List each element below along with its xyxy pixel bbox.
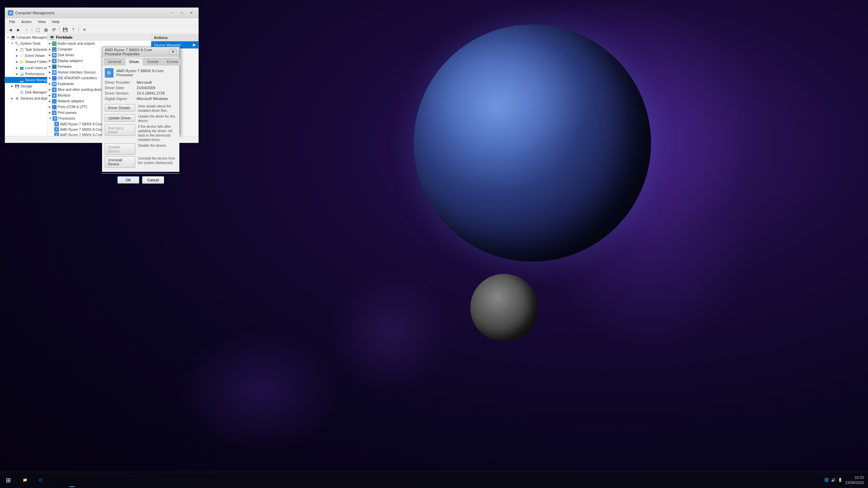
computer-icon: 💻	[52, 47, 57, 52]
mice-icon: 🖱	[52, 87, 57, 92]
event-viewer-label: Event Viewer	[25, 54, 45, 58]
driver-date-row: Driver Date: 21/04/2009	[105, 86, 177, 90]
tree-event-viewer[interactable]: ▶ 📄 Event Viewer	[5, 53, 47, 59]
cat-hid-label: Human Interface Devices	[58, 70, 96, 74]
services-label: Services and Applications	[20, 97, 47, 100]
tree-local-users[interactable]: ▶ 👥 Local Users and Groups	[5, 65, 47, 71]
cancel-button[interactable]: Cancel	[142, 176, 164, 184]
event-viewer-expander: ▶	[15, 53, 19, 58]
new-win-btn[interactable]: 🗗	[50, 26, 58, 34]
system-tools-icon: 🔧	[15, 41, 19, 46]
driver-details-button[interactable]: Driver Details	[105, 104, 135, 111]
task-scheduler-icon: 📋	[19, 47, 24, 52]
show-hide-btn[interactable]: 📋	[34, 26, 41, 34]
roll-back-driver-row: Roll Back Driver If the device fails aft…	[105, 124, 177, 142]
disk-management-label: Disk Management	[25, 90, 47, 94]
tree-device-manager[interactable]: 💻 Device Manager	[5, 77, 47, 83]
device-header: ⚙ AMD Ryzen 7 5800X 8-Core Processor	[105, 68, 177, 78]
file-menu[interactable]: File	[6, 19, 18, 24]
task-scheduler-expander: ▶	[15, 47, 19, 52]
taskbar-apps: 📁 e 🗂 ⚙	[16, 473, 81, 488]
tray-time[interactable]: 16:20 23/04/2023	[845, 475, 864, 485]
ok-button[interactable]: OK	[117, 176, 139, 184]
storage-expander: ▶	[10, 84, 15, 88]
tree-disk-management[interactable]: 💿 Disk Management	[5, 89, 47, 95]
taskbar-app-folder[interactable]: 🗂	[49, 473, 64, 488]
cat-print-label: Print queues	[58, 111, 77, 115]
system-tools-expander: ▼	[10, 41, 15, 46]
back-button[interactable]: ◀	[6, 26, 14, 34]
ide-icon: 🔌	[52, 76, 57, 81]
local-users-expander: ▶	[15, 65, 19, 70]
services-icon: ⚙	[15, 96, 19, 101]
tree-panel: ▼ 💻 Computer Management (Local ▼ 🔧 Syste…	[5, 34, 47, 136]
local-users-label: Local Users and Groups	[25, 66, 47, 70]
tree-shared-folders[interactable]: ▶ 📁 Shared Folders	[5, 59, 47, 65]
tree-task-scheduler[interactable]: ▶ 📋 Task Scheduler	[5, 46, 47, 53]
taskbar-app-cm[interactable]: ⚙	[64, 473, 79, 488]
shared-folders-label: Shared Folders	[25, 60, 47, 64]
help-menu[interactable]: Help	[49, 19, 62, 24]
cat-keyboards-label: Keyboards	[58, 82, 74, 86]
update-driver-button[interactable]: Update Driver	[105, 114, 135, 122]
device-list-header-icon: 💻	[50, 35, 55, 40]
display-icon: 🖥	[52, 59, 57, 63]
taskbar-app-edge[interactable]: e	[33, 473, 48, 488]
taskbar-app-file-explorer[interactable]: 📁	[18, 473, 33, 488]
device-list-header: Fireblade	[56, 35, 73, 39]
driver-provider-value: Microsoft	[137, 80, 152, 84]
storage-icon: 💾	[15, 84, 19, 88]
device-manager-label: Device Manager	[25, 78, 47, 82]
tree-services[interactable]: ▶ ⚙ Services and Applications	[5, 95, 47, 101]
maximize-button[interactable]: □	[177, 9, 186, 16]
action-menu[interactable]: Action	[19, 19, 35, 24]
actions-subheader-text: Device Manager	[154, 43, 181, 47]
export-btn[interactable]: 💾	[61, 26, 69, 34]
properties-dialog: AMD Ryzen 7 5800X 8-Core Processor Prope…	[102, 47, 180, 135]
roll-back-driver-button[interactable]: Roll Back Driver	[105, 124, 135, 136]
tab-driver[interactable]: Driver	[125, 58, 143, 65]
cat-audio[interactable]: ▶ 🔊 Audio inputs and outputs	[47, 41, 151, 46]
tab-general[interactable]: General	[104, 58, 125, 65]
tray-battery-icon: 🔋	[838, 478, 843, 482]
dialog-footer: OK Cancel	[102, 173, 179, 186]
tree-storage[interactable]: ▶ 💾 Storage	[5, 83, 47, 89]
minimize-button[interactable]: ─	[168, 9, 177, 16]
tree-root[interactable]: ▼ 💻 Computer Management (Local	[5, 34, 47, 40]
taskbar-tray: 🌐 🔊 🔋 16:20 23/04/2023	[824, 475, 868, 485]
monitors-icon: 🖥	[52, 93, 57, 98]
up-button[interactable]: ↑	[23, 26, 30, 34]
driver-signer-label: Digital Signer:	[105, 97, 135, 101]
device-manager-expander	[15, 78, 19, 82]
tree-system-tools[interactable]: ▼ 🔧 System Tools	[5, 40, 47, 46]
driver-version-row: Driver Version: 10.0.19041.2728	[105, 91, 177, 95]
cat-mice-label: Mice and other pointing devices	[58, 88, 105, 92]
cat-audio-label: Audio inputs and outputs	[58, 42, 95, 45]
root-label: Computer Management (Local	[16, 36, 47, 39]
delete-btn[interactable]: ✕	[81, 26, 88, 34]
uninstall-device-button[interactable]: Uninstall Device	[105, 156, 135, 168]
close-button[interactable]: ✕	[187, 9, 196, 16]
tab-events[interactable]: Events	[163, 58, 182, 65]
cat-network-label: Network adapters	[58, 99, 84, 103]
performance-label: Performance	[25, 72, 44, 76]
view-btn[interactable]: ▦	[42, 26, 50, 34]
disable-device-button[interactable]: Disable Device	[105, 143, 135, 155]
event-viewer-icon: 📄	[19, 53, 24, 58]
tree-performance[interactable]: ▶ 📊 Performance	[5, 71, 47, 77]
disable-device-row: Disable Device Disable the device.	[105, 143, 177, 155]
driver-signer-row: Digital Signer: Microsoft Windows	[105, 97, 177, 101]
performance-expander: ▶	[15, 72, 19, 76]
roll-back-driver-desc: If the device fails after updating the d…	[138, 124, 177, 142]
forward-button[interactable]: ▶	[15, 26, 22, 34]
local-users-icon: 👥	[19, 65, 24, 70]
tab-details[interactable]: Details	[143, 58, 162, 65]
print-icon: 🖨	[52, 110, 57, 115]
menu-bar: File Action View Help	[5, 18, 198, 25]
view-menu[interactable]: View	[35, 19, 48, 24]
props-close-button[interactable]: ✕	[169, 49, 177, 55]
disk-management-expander	[15, 90, 19, 95]
start-button[interactable]: ⊞	[0, 472, 16, 488]
help-btn[interactable]: ?	[70, 26, 77, 34]
driver-version-value: 10.0.19041.2728	[137, 91, 165, 95]
